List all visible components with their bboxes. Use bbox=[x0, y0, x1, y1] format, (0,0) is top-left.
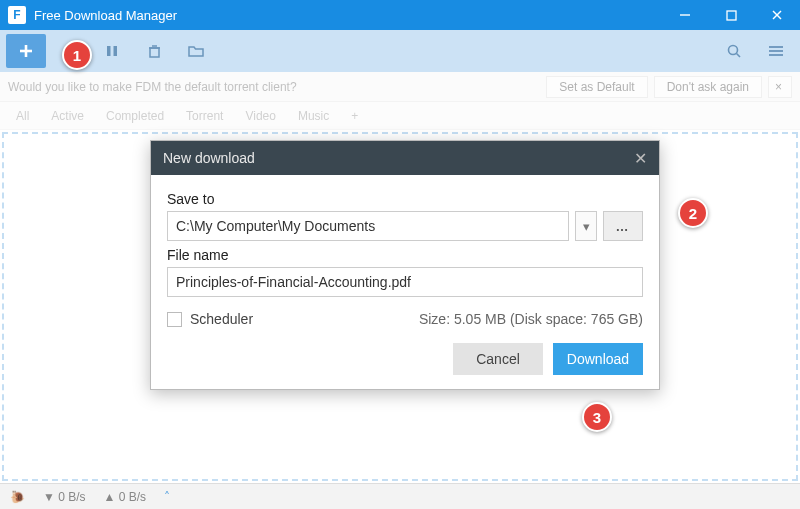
browse-button[interactable]: … bbox=[603, 211, 643, 241]
svg-line-13 bbox=[737, 54, 741, 58]
download-speed: ▼ 0 B/s bbox=[43, 490, 86, 504]
close-window-button[interactable] bbox=[754, 0, 800, 30]
pause-button[interactable] bbox=[94, 34, 130, 68]
toolbar bbox=[0, 30, 800, 72]
dialog-title: New download bbox=[163, 150, 255, 166]
svg-rect-8 bbox=[114, 46, 118, 56]
status-bar: 🐌 ▼ 0 B/s ▲ 0 B/s ˄ bbox=[0, 483, 800, 509]
window-title: Free Download Manager bbox=[34, 8, 662, 23]
callout-2: 2 bbox=[678, 198, 708, 228]
cancel-button[interactable]: Cancel bbox=[453, 343, 543, 375]
path-dropdown-button[interactable]: ▾ bbox=[575, 211, 597, 241]
svg-rect-7 bbox=[107, 46, 111, 56]
callout-3: 3 bbox=[582, 402, 612, 432]
folder-button[interactable] bbox=[178, 34, 214, 68]
dialog-title-bar: New download ✕ bbox=[151, 141, 659, 175]
menu-button[interactable] bbox=[758, 34, 794, 68]
snail-icon[interactable]: 🐌 bbox=[10, 490, 25, 504]
app-logo: F bbox=[8, 6, 26, 24]
add-download-button[interactable] bbox=[6, 34, 46, 68]
svg-point-12 bbox=[729, 46, 738, 55]
size-info: Size: 5.05 MB (Disk space: 765 GB) bbox=[419, 311, 643, 327]
save-to-path-text: C:\My Computer\My Documents bbox=[176, 218, 375, 234]
file-name-input[interactable] bbox=[167, 267, 643, 297]
dialog-close-button[interactable]: ✕ bbox=[634, 149, 647, 168]
svg-rect-1 bbox=[727, 11, 736, 20]
upload-speed: ▲ 0 B/s bbox=[104, 490, 147, 504]
file-name-label: File name bbox=[167, 247, 643, 263]
delete-button[interactable] bbox=[136, 34, 172, 68]
maximize-button[interactable] bbox=[708, 0, 754, 30]
download-button[interactable]: Download bbox=[553, 343, 643, 375]
minimize-button[interactable] bbox=[662, 0, 708, 30]
new-download-dialog: New download ✕ Save to C:\My Computer\My… bbox=[150, 140, 660, 390]
scheduler-checkbox[interactable] bbox=[167, 312, 182, 327]
save-to-path[interactable]: C:\My Computer\My Documents bbox=[167, 211, 569, 241]
title-bar: F Free Download Manager bbox=[0, 0, 800, 30]
callout-1: 1 bbox=[62, 40, 92, 70]
scheduler-label: Scheduler bbox=[190, 311, 253, 327]
expand-status-icon[interactable]: ˄ bbox=[164, 490, 170, 504]
save-to-label: Save to bbox=[167, 191, 643, 207]
search-button[interactable] bbox=[716, 34, 752, 68]
svg-rect-9 bbox=[150, 48, 159, 57]
